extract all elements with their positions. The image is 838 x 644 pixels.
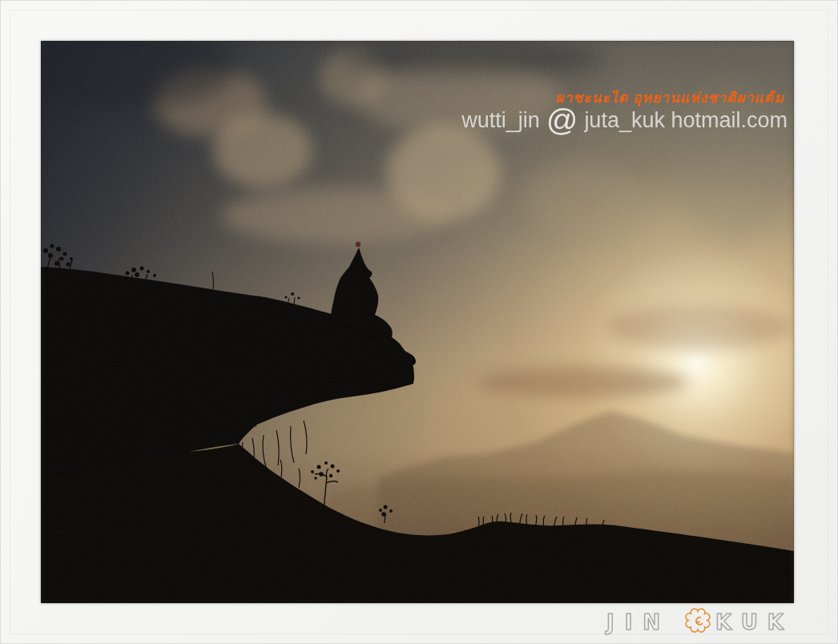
flower-icon [686,609,710,632]
logo-text-kuk: KUK [715,610,793,634]
email-host: juta_kuk hotmail.com [584,108,788,133]
jin-kuk-logo: JIN KUK [602,606,802,637]
watermark-email: wutti_jin @ juta_kuk hotmail.com [461,105,788,136]
email-user: wutti_jin [461,108,540,133]
hat-pompom [356,242,361,247]
logo-text-jin: JIN [605,610,671,634]
photo-frame-card: ผาชะนะได อุทยานแห่งชาติผาแต้ม wutti_jin … [0,0,838,644]
at-icon: @ [546,104,578,135]
sunset-photo: ผาชะนะได อุทยานแห่งชาติผาแต้ม wutti_jin … [41,41,794,603]
